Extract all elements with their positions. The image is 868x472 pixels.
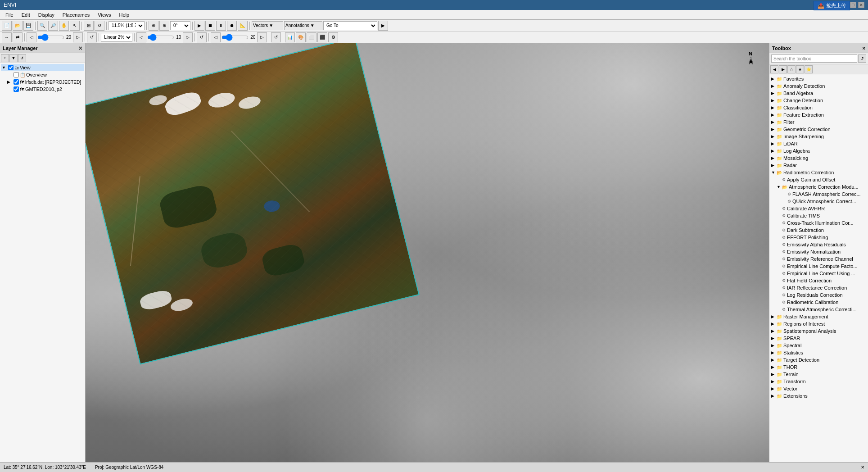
- btn2[interactable]: ⊕: [159, 21, 169, 31]
- toolbox-item-extensions[interactable]: ▶ 📁 Extensions: [770, 392, 867, 399]
- tree-expand-view[interactable]: ▼: [2, 65, 7, 70]
- toolbox-expand-btn[interactable]: ▶: [779, 65, 787, 73]
- zoom-in-button[interactable]: 🔍: [37, 21, 47, 31]
- goto-btn[interactable]: ▶: [378, 21, 388, 31]
- layer-manager-close[interactable]: ×: [79, 45, 82, 52]
- zoom-slider[interactable]: [37, 34, 64, 41]
- annotations-dropdown[interactable]: Annotations▼: [284, 21, 322, 30]
- layer-item-view[interactable]: ▼ 🗂 View: [1, 64, 84, 71]
- tb2-settings[interactable]: ⚙: [328, 32, 338, 42]
- toolbox-item-change-detection[interactable]: ▶ 📁 Change Detection: [770, 97, 867, 104]
- upload-button[interactable]: 📤 抢先上传: [814, 1, 850, 10]
- toolbox-item-filter[interactable]: ▶ 📁 Filter: [770, 118, 867, 126]
- tb2-refresh[interactable]: ↺: [87, 32, 97, 42]
- toolbox-star1[interactable]: ☆: [787, 65, 796, 73]
- goto-dropdown[interactable]: Go To: [323, 21, 377, 30]
- tree-expand-lrfsdb[interactable]: ▶: [7, 80, 13, 84]
- toolbox-item-cross-track[interactable]: ⚙ Cross-Track Illumination Cor...: [770, 219, 867, 227]
- toolbox-search-button[interactable]: ↺: [858, 54, 866, 63]
- select-button[interactable]: ↖: [70, 21, 80, 31]
- close-button[interactable]: ✕: [858, 2, 864, 8]
- toolbox-star3[interactable]: ⭐: [805, 65, 813, 73]
- toolbox-collapse-btn[interactable]: ◀: [770, 65, 778, 73]
- toolbox-item-emp-compute[interactable]: ⚙ Empirical Line Compute Facto...: [770, 263, 867, 270]
- toolbox-item-atmo-module[interactable]: ▼ 📂 Atmospheric Correction Modu...: [770, 183, 867, 191]
- toolbox-item-statistics[interactable]: ▶ 📁 Statistics: [770, 349, 867, 356]
- layer-checkbox-gmted[interactable]: [14, 86, 19, 92]
- tb2-btn3[interactable]: ◁: [27, 32, 36, 42]
- tb2-auto[interactable]: ⬛: [317, 32, 327, 42]
- toolbox-item-raster-mgmt[interactable]: ▶ 📁 Raster Management: [770, 313, 867, 320]
- layer-item-overview[interactable]: 📋 Overview: [1, 71, 84, 78]
- toolbox-item-dark-sub[interactable]: ⚙ Dark Subtraction: [770, 227, 867, 234]
- toolbox-close[interactable]: ×: [863, 45, 865, 51]
- maximize-button[interactable]: □: [850, 2, 856, 8]
- btn3[interactable]: ▶: [194, 21, 204, 31]
- tb2-btn9[interactable]: ▷: [257, 32, 267, 42]
- pan-button[interactable]: ✋: [59, 21, 69, 31]
- toolbox-item-terrain[interactable]: ▶ 📁 Terrain: [770, 371, 867, 378]
- toolbox-item-transform[interactable]: ▶ 📁 Transform: [770, 378, 867, 385]
- toolbox-item-image-sharpening[interactable]: ▶ 📁 Image Sharpening: [770, 133, 867, 140]
- toolbox-item-log-residuals[interactable]: ⚙ Log Residuals Correction: [770, 291, 867, 299]
- menu-placenames[interactable]: Placenames: [59, 11, 94, 18]
- tb2-gray[interactable]: ⬜: [307, 32, 316, 42]
- tb2-btn10[interactable]: ↺: [271, 32, 281, 42]
- toolbox-item-rad-cal[interactable]: ⚙ Radiometric Calibration: [770, 299, 867, 306]
- toolbox-item-roi[interactable]: ▶ 📁 Regions of Interest: [770, 320, 867, 327]
- tb2-btn5[interactable]: ◁: [136, 32, 146, 42]
- toolbox-item-band-algebra[interactable]: ▶ 📁 Band Algebra: [770, 90, 867, 97]
- toolbox-item-mosaicking[interactable]: ▶ 📁 Mosaicking: [770, 154, 867, 162]
- tb2-btn2[interactable]: ⇄: [13, 32, 23, 42]
- zoom-out-button[interactable]: 🔎: [48, 21, 58, 31]
- tb2-btn6[interactable]: ▷: [183, 32, 193, 42]
- toolbox-item-thor[interactable]: ▶ 📁 THOR: [770, 363, 867, 371]
- toolbox-item-vector[interactable]: ▶ 📁 Vector: [770, 385, 867, 392]
- layer-checkbox-view[interactable]: [8, 65, 14, 70]
- toolbox-item-quick-atmo[interactable]: ⚙ QUick Atmospheric Correct...: [770, 198, 867, 205]
- toolbox-item-flat-field[interactable]: ⚙ Flat Field Correction: [770, 277, 867, 284]
- btn4[interactable]: ⏹: [205, 21, 215, 31]
- new-button[interactable]: 📄: [2, 21, 12, 31]
- percent-slider[interactable]: [147, 34, 174, 41]
- toolbox-search-input[interactable]: [771, 54, 857, 63]
- full-extent-button[interactable]: ⊞: [84, 21, 94, 31]
- toolbox-item-lidar[interactable]: ▶ 📁 LiDAR: [770, 140, 867, 147]
- save-button[interactable]: 💾: [23, 21, 33, 31]
- tb2-btn7[interactable]: ↺: [197, 32, 207, 42]
- statusbar-close[interactable]: ✕: [861, 465, 864, 470]
- layer-new-btn[interactable]: +: [1, 54, 9, 62]
- toolbox-item-emiss-ref[interactable]: ⚙ Emissivity Reference Channel: [770, 255, 867, 263]
- toolbox-item-iar[interactable]: ⚙ IAR Reflectance Correction: [770, 284, 867, 291]
- toolbox-item-flaash[interactable]: ⚙ FLAASH Atmospheric Correc...: [770, 191, 867, 198]
- map-area[interactable]: N: [86, 43, 769, 462]
- vectors-dropdown[interactable]: Vectors▼: [252, 21, 283, 30]
- zoom-level-dropdown[interactable]: 11.5% (1:8.7) 25% 50% 100%: [108, 21, 145, 30]
- btn7[interactable]: 📐: [238, 21, 248, 31]
- toolbox-item-favorites[interactable]: ▶ 📁 Favorites: [770, 75, 867, 82]
- toolbox-item-spatio[interactable]: ▶ 📁 Spatiotemporal Analysis: [770, 327, 867, 335]
- toolbox-item-target-detection[interactable]: ▶ 📁 Target Detection: [770, 356, 867, 363]
- toolbox-item-log-algebra[interactable]: ▶ 📁 Log Algebra: [770, 147, 867, 154]
- toolbox-item-cal-tims[interactable]: ⚙ Calibrate TIMS: [770, 212, 867, 219]
- toolbox-item-emp-correct[interactable]: ⚙ Empirical Line Correct Using ...: [770, 270, 867, 277]
- toolbox-item-geometric[interactable]: ▶ 📁 Geometric Correction: [770, 126, 867, 133]
- menu-edit[interactable]: Edit: [18, 11, 34, 18]
- toolbox-item-emiss-alpha[interactable]: ⚙ Emissivity Alpha Residuals: [770, 241, 867, 248]
- toolbox-item-feature-extraction[interactable]: ▶ 📁 Feature Extraction: [770, 111, 867, 118]
- toolbox-item-emiss-norm[interactable]: ⚙ Emissivity Normalization: [770, 248, 867, 255]
- tb2-rgb[interactable]: 🎨: [296, 32, 306, 42]
- toolbox-item-cal-avhrr[interactable]: ⚙ Calibrate AVHRR: [770, 205, 867, 212]
- layer-dropdown[interactable]: ▼: [9, 54, 18, 62]
- toolbox-item-thermal[interactable]: ⚙ Thermal Atmospheric Correcti...: [770, 306, 867, 313]
- layer-checkbox-overview[interactable]: [14, 72, 19, 77]
- layer-checkbox-lrfsdb[interactable]: [14, 79, 19, 85]
- refresh-button[interactable]: ↺: [95, 21, 104, 31]
- toolbox-item-anomaly-detection[interactable]: ▶ 📁 Anomaly Detection: [770, 82, 867, 90]
- toolbox-item-apply-gain[interactable]: ⚙ Apply Gain and Offset: [770, 176, 867, 183]
- toolbox-star2[interactable]: ★: [796, 65, 804, 73]
- toolbox-item-spectral[interactable]: ▶ 📁 Spectral: [770, 342, 867, 349]
- tb2-histogram[interactable]: 📊: [285, 32, 295, 42]
- menu-help[interactable]: Help: [115, 11, 133, 18]
- tb2-btn8[interactable]: ◁: [211, 32, 221, 42]
